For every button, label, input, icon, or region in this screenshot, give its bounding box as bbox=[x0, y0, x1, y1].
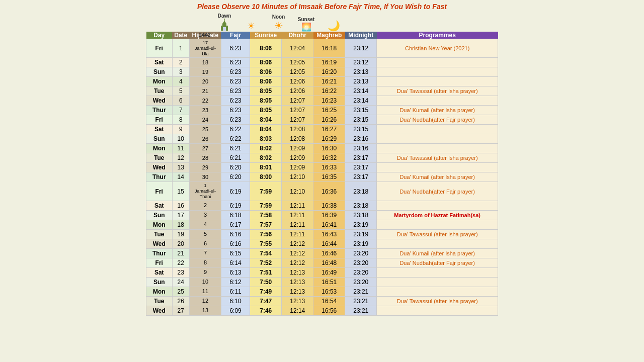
cell-fajr: 6:23 bbox=[221, 67, 250, 77]
svg-marker-2 bbox=[222, 21, 226, 24]
cell-date: 1 bbox=[172, 39, 189, 58]
cell-hijri: 17Jamadi-ul-Ula bbox=[189, 39, 221, 58]
cell-fajr: 6:18 bbox=[221, 210, 250, 220]
cell-dhohr: 12:04 bbox=[282, 39, 313, 58]
cell-day: Wed bbox=[146, 306, 173, 315]
table-row: Tue12286:218:0212:0916:3223:17Dua' Tawas… bbox=[146, 153, 498, 163]
th-maghreb: Maghreb bbox=[313, 32, 345, 39]
cell-midnight: 23:17 bbox=[345, 172, 377, 182]
cell-programme bbox=[377, 277, 498, 287]
cell-fajr: 6:19 bbox=[221, 201, 250, 210]
cell-hijri: 24 bbox=[189, 115, 221, 125]
cell-date: 27 bbox=[172, 306, 189, 315]
cell-maghreb: 16:39 bbox=[313, 210, 345, 220]
cell-fajr: 6:23 bbox=[221, 106, 250, 115]
th-fajr: Fajr bbox=[221, 32, 250, 39]
cell-sunrise: 8:02 bbox=[250, 153, 282, 163]
cell-dhohr: 12:13 bbox=[282, 277, 313, 287]
th-programmes: Programmes bbox=[377, 32, 498, 39]
cell-fajr: 6:23 bbox=[221, 115, 250, 125]
cell-programme: Dua' Tawassul (after Isha prayer) bbox=[377, 153, 498, 163]
cell-date: 5 bbox=[172, 86, 189, 96]
cell-day: Sun bbox=[146, 277, 173, 287]
cell-programme bbox=[377, 96, 498, 106]
cell-day: Mon bbox=[146, 220, 173, 229]
cell-midnight: 23:17 bbox=[345, 153, 377, 163]
cell-midnight: 23:19 bbox=[345, 239, 377, 248]
cell-hijri: 18 bbox=[189, 58, 221, 67]
cell-sunrise: 8:06 bbox=[250, 39, 282, 58]
cell-hijri: 12 bbox=[189, 296, 221, 306]
cell-hijri: 19 bbox=[189, 67, 221, 77]
cell-maghreb: 16:38 bbox=[313, 201, 345, 210]
cell-day: Sat bbox=[146, 201, 173, 210]
cell-midnight: 23:15 bbox=[345, 106, 377, 115]
cell-hijri: 22 bbox=[189, 96, 221, 106]
table-row: Fri117Jamadi-ul-Ula6:238:0612:0416:1823:… bbox=[146, 39, 498, 58]
cell-midnight: 23:16 bbox=[345, 134, 377, 144]
cell-maghreb: 16:32 bbox=[313, 153, 345, 163]
cell-sunrise: 8:02 bbox=[250, 144, 282, 153]
cell-midnight: 23:18 bbox=[345, 182, 377, 201]
table-row: Sat9256:228:0412:0816:2723:15 bbox=[146, 125, 498, 134]
cell-date: 6 bbox=[172, 96, 189, 106]
cell-fajr: 6:22 bbox=[221, 134, 250, 144]
cell-maghreb: 16:33 bbox=[313, 163, 345, 172]
maghreb-icon-col: Sunset 🌅 bbox=[292, 17, 320, 32]
cell-programme: Dua' Kumail (after Isha prayer) bbox=[377, 106, 498, 115]
table-row: Tue26126:107:4712:1316:5423:21Dua' Tawas… bbox=[146, 296, 498, 306]
cell-maghreb: 16:18 bbox=[313, 39, 345, 58]
cell-day: Tue bbox=[146, 153, 173, 163]
cell-programme bbox=[377, 306, 498, 315]
cell-programme: Dua' Nudbah(after Fajr prayer) bbox=[377, 182, 498, 201]
cell-sunrise: 8:04 bbox=[250, 115, 282, 125]
table-row: Sat2396:137:5112:1316:4923:20 bbox=[146, 267, 498, 277]
cell-maghreb: 16:35 bbox=[313, 172, 345, 182]
cell-date: 22 bbox=[172, 258, 189, 267]
cell-midnight: 23:15 bbox=[345, 125, 377, 134]
cell-fajr: 6:23 bbox=[221, 58, 250, 67]
cell-hijri: 26 bbox=[189, 134, 221, 144]
cell-programme bbox=[377, 220, 498, 229]
cell-dhohr: 12:08 bbox=[282, 125, 313, 134]
sunset-label: Sunset bbox=[298, 17, 314, 22]
cell-fajr: 6:22 bbox=[221, 125, 250, 134]
table-row: Sun10266:228:0312:0816:2923:16 bbox=[146, 134, 498, 144]
cell-dhohr: 12:06 bbox=[282, 86, 313, 96]
cell-midnight: 23:13 bbox=[345, 77, 377, 86]
cell-day: Sat bbox=[146, 267, 173, 277]
cell-fajr: 6:14 bbox=[221, 258, 250, 267]
table-row: Fri151Jamadi-ul-Thani6:197:5912:1016:362… bbox=[146, 182, 498, 201]
cell-date: 17 bbox=[172, 210, 189, 220]
fajr-icon-col: Dawn bbox=[212, 13, 237, 32]
cell-date: 18 bbox=[172, 220, 189, 229]
cell-maghreb: 16:43 bbox=[313, 229, 345, 239]
cell-programme: Dua' Kumail (after Isha prayer) bbox=[377, 248, 498, 258]
cell-dhohr: 12:12 bbox=[282, 239, 313, 248]
cell-dhohr: 12:13 bbox=[282, 267, 313, 277]
cell-dhohr: 12:12 bbox=[282, 248, 313, 258]
cell-dhohr: 12:11 bbox=[282, 220, 313, 229]
cell-date: 4 bbox=[172, 77, 189, 86]
cell-programme: Dua' Tawassul (after Isha prayer) bbox=[377, 86, 498, 96]
cell-fajr: 6:21 bbox=[221, 153, 250, 163]
cell-programme bbox=[377, 287, 498, 296]
table-row: Tue1956:167:5612:1116:4323:19Dua' Tawass… bbox=[146, 229, 498, 239]
cell-midnight: 23:14 bbox=[345, 86, 377, 96]
cell-sunrise: 7:59 bbox=[250, 201, 282, 210]
cell-day: Wed bbox=[146, 163, 173, 172]
cell-sunrise: 7:47 bbox=[250, 296, 282, 306]
cell-programme bbox=[377, 201, 498, 210]
midnight-icon-col: 🌙 bbox=[320, 20, 348, 32]
cell-programme bbox=[377, 239, 498, 248]
cell-sunrise: 8:05 bbox=[250, 96, 282, 106]
prayer-times-table: Day Date Hijri Date Fajr Sunrise Dhohr M… bbox=[146, 32, 498, 316]
cell-date: 16 bbox=[172, 201, 189, 210]
table-row: Thur7236:238:0512:0716:2523:15Dua' Kumai… bbox=[146, 106, 498, 115]
cell-day: Sun bbox=[146, 210, 173, 220]
cell-date: 14 bbox=[172, 172, 189, 182]
table-row: Wed2066:167:5512:1216:4423:19 bbox=[146, 239, 498, 248]
cell-maghreb: 16:54 bbox=[313, 296, 345, 306]
table-row: Mon4206:238:0612:0616:2123:13 bbox=[146, 77, 498, 86]
cell-fajr: 6:11 bbox=[221, 287, 250, 296]
